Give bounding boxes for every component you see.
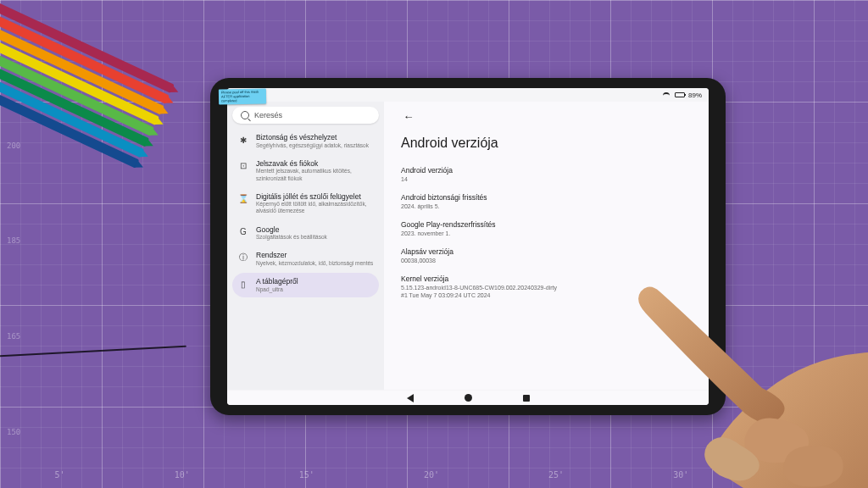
search-icon [241, 111, 249, 119]
sidebar-item-label: A táblagépről [256, 277, 298, 286]
row-value: 14 [401, 175, 692, 183]
nav-recent-button[interactable] [523, 395, 530, 402]
row-value: 2024. április 5. [401, 202, 692, 210]
sidebar-item-google[interactable]: G Google Szolgáltatások és beállítások [232, 221, 379, 246]
asterisk-icon: ✱ [237, 134, 249, 146]
wifi-icon [663, 92, 671, 98]
tablet-screen: 89% Keresés ✱ Biztonság és vészhelyzet S… [227, 88, 709, 405]
sidebar-item-system[interactable]: ⓘ Rendszer Nyelvek, kézmozdulatok, idő, … [232, 247, 379, 271]
tablet-device: 89% Keresés ✱ Biztonság és vészhelyzet S… [210, 78, 726, 415]
row-value: 00038,00038 [401, 257, 692, 264]
sidebar-item-sub: Mentett jelszavak, automatikus kitöltés,… [256, 168, 374, 181]
screen-protector-sticker: Please peel off this mask AFTER applicat… [219, 89, 266, 105]
battery-percent: 89% [688, 92, 702, 99]
row-title: Kernel verziója [401, 274, 692, 283]
row-title: Android verziója [401, 166, 692, 175]
back-button[interactable]: ← [401, 108, 416, 124]
row-title: Android biztonsági frissítés [401, 193, 692, 202]
info-row-android-version[interactable]: Android verziója 14 [401, 166, 692, 183]
row-value: 5.15.123-android13-8-UNC685-CW109.002.20… [401, 284, 692, 299]
row-value: 2023. november 1. [401, 230, 692, 237]
tablet-icon: ▯ [237, 278, 249, 290]
info-row-kernel[interactable]: Kernel verziója 5.15.123-android13-8-UNC… [401, 274, 692, 299]
sidebar-item-label: Rendszer [256, 251, 373, 260]
account-icon: ⊡ [237, 160, 249, 172]
sidebar-item-label: Jelszavak és fiókok [256, 159, 374, 169]
sidebar-item-sub: Npad_ultra [256, 286, 298, 293]
sidebar-item-sub: Segélyhívás, egészségügyi adatok, riaszt… [256, 142, 369, 149]
sidebar-item-label: Digitális jóllét és szülői felügyelet [256, 192, 374, 202]
sidebar-item-passwords[interactable]: ⊡ Jelszavak és fiókok Mentett jelszavak,… [232, 155, 379, 186]
mat-bottom-scale: 5' 10' 15' 20' 25' 30' 35' [0, 470, 868, 480]
nav-back-button[interactable] [407, 394, 414, 402]
sidebar-item-sub: Képernyő előtt töltött idő, alkalmazásid… [256, 201, 374, 214]
sidebar-item-about[interactable]: ▯ A táblagépről Npad_ultra [232, 273, 379, 297]
page-title: Android verziója [401, 136, 692, 151]
sidebar-item-sub: Nyelvek, kézmozdulatok, idő, biztonsági … [256, 260, 373, 267]
info-row-play-update[interactable]: Google Play-rendszerfrissítés 2023. nove… [401, 220, 692, 237]
sidebar-item-label: Biztonság és vészhelyzet [256, 133, 369, 142]
info-row-security-update[interactable]: Android biztonsági frissítés 2024. ápril… [401, 193, 692, 210]
row-title: Google Play-rendszerfrissítés [401, 220, 692, 229]
sidebar-item-wellbeing[interactable]: ⌛ Digitális jóllét és szülői felügyelet … [232, 188, 379, 219]
row-title: Alapsáv verziója [401, 247, 692, 256]
status-bar: 89% [227, 88, 709, 102]
google-icon: G [237, 226, 249, 238]
sidebar-item-sub: Szolgáltatások és beállítások [256, 234, 327, 241]
detail-panel: ← Android verziója Android verziója 14 A… [384, 102, 709, 390]
info-icon: ⓘ [237, 252, 249, 263]
settings-sidebar: Keresés ✱ Biztonság és vészhelyzet Segél… [227, 102, 384, 390]
nav-home-button[interactable] [465, 394, 472, 402]
battery-icon [675, 92, 685, 97]
search-input[interactable]: Keresés [232, 107, 379, 124]
system-nav-bar [227, 390, 709, 405]
search-placeholder: Keresés [254, 111, 282, 119]
hourglass-icon: ⌛ [237, 193, 249, 205]
sidebar-item-safety[interactable]: ✱ Biztonság és vészhelyzet Segélyhívás, … [232, 129, 379, 153]
info-row-baseband[interactable]: Alapsáv verziója 00038,00038 [401, 247, 692, 264]
mat-left-scale: 200 185 165 150 [7, 97, 20, 480]
sidebar-item-label: Google [256, 225, 327, 235]
